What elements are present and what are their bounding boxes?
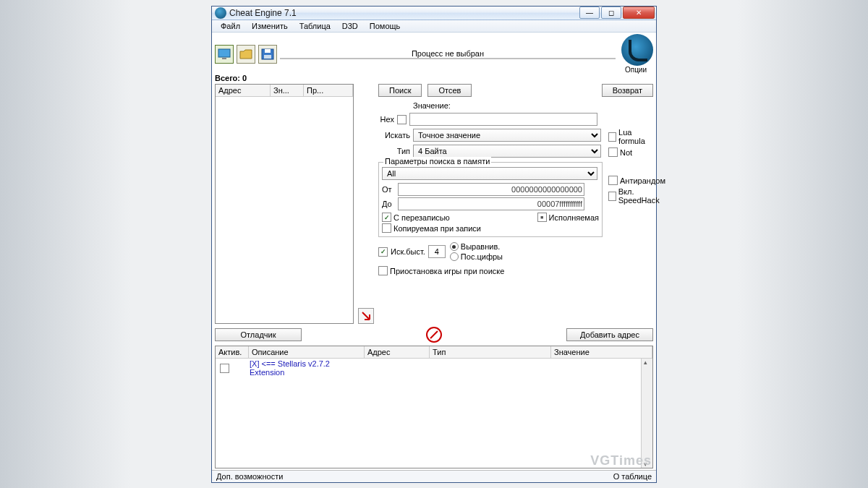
status-bar: Доп. возможности О таблице	[212, 470, 656, 481]
window-title: Cheat Engine 7.1	[229, 8, 579, 18]
table-row[interactable]: [X] <== Stellaris v2.7.2 Extension	[216, 359, 652, 377]
svg-rect-4	[264, 55, 271, 59]
progress-bar	[280, 58, 616, 59]
antirandom-label: Антирандом	[620, 176, 665, 185]
scan-type-label: Искать	[378, 131, 410, 140]
result-header-value[interactable]: Зн...	[271, 85, 304, 96]
copy-on-write-label: Копируемая при записи	[393, 224, 481, 233]
pause-game-checkbox[interactable]	[378, 266, 388, 275]
range-from-input[interactable]	[398, 183, 584, 196]
ct-header-active[interactable]: Актив.	[216, 346, 249, 358]
value-type-select[interactable]: 4 Байта	[413, 145, 601, 158]
executable-checkbox[interactable]	[537, 213, 547, 222]
pause-game-label: Приостановка игры при поиске	[390, 267, 504, 275]
process-label: Процесс не выбран	[412, 49, 484, 58]
scan-panel: Поиск Отсев Возврат Значение: Hex Искать…	[378, 84, 653, 324]
memory-group-title: Параметры поиска в памяти	[383, 157, 491, 166]
status-right[interactable]: О таблице	[613, 472, 652, 481]
writable-checkbox[interactable]	[382, 213, 391, 222]
status-left[interactable]: Доп. возможности	[216, 472, 283, 481]
fast-scan-value-input[interactable]	[428, 245, 446, 258]
executable-label: Исполняемая	[549, 213, 599, 222]
undo-scan-button[interactable]: Возврат	[602, 84, 653, 97]
menu-file[interactable]: Файл	[215, 20, 246, 32]
first-scan-button[interactable]: Поиск	[378, 84, 422, 97]
row-description[interactable]: [X] <== Stellaris v2.7.2 Extension	[250, 359, 365, 377]
table-scrollbar[interactable]	[641, 359, 652, 468]
result-list[interactable]: Адрес Зн... Пр...	[215, 84, 354, 324]
range-to-label: До	[382, 200, 395, 208]
last-digits-radio[interactable]	[450, 252, 459, 261]
ct-header-address[interactable]: Адрес	[365, 346, 430, 358]
memory-region-select[interactable]: All	[382, 167, 597, 180]
svg-rect-1	[222, 58, 226, 59]
range-to-input[interactable]	[398, 197, 584, 210]
menu-table[interactable]: Таблица	[294, 20, 336, 32]
row-active-checkbox[interactable]	[220, 364, 229, 373]
ct-header-type[interactable]: Тип	[430, 346, 551, 358]
value-type-label: Тип	[378, 147, 410, 155]
range-from-label: От	[382, 185, 395, 194]
app-window: Cheat Engine 7.1 — ◻ ✕ Файл Изменить Таб…	[211, 6, 657, 483]
not-label: Not	[620, 148, 632, 157]
speedhack-label: Вкл. SpeedHack	[618, 187, 665, 205]
svg-rect-0	[218, 49, 230, 57]
folder-open-icon	[239, 48, 252, 60]
hex-label: Hex	[378, 115, 394, 124]
options-label[interactable]: Опции	[625, 66, 647, 74]
minimize-button[interactable]: —	[579, 7, 600, 19]
save-button[interactable]	[258, 45, 277, 64]
menu-d3d[interactable]: D3D	[336, 20, 364, 32]
titlebar[interactable]: Cheat Engine 7.1 — ◻ ✕	[212, 7, 656, 21]
lua-formula-label: Lua formula	[618, 128, 653, 145]
arrow-down-right-icon	[361, 311, 371, 321]
app-icon	[215, 7, 226, 19]
next-scan-button[interactable]: Отсев	[427, 84, 472, 97]
result-header-previous[interactable]: Пр...	[304, 85, 353, 96]
hex-checkbox[interactable]	[397, 115, 407, 124]
maximize-button[interactable]: ◻	[601, 7, 621, 19]
no-entry-icon[interactable]	[426, 327, 442, 343]
cheat-table[interactable]: Актив. Описание Адрес Тип Значение [X] <…	[215, 346, 653, 468]
cheat-engine-logo-icon[interactable]	[621, 34, 653, 66]
alignment-radio[interactable]	[450, 242, 459, 251]
writable-label: С перезаписью	[393, 213, 450, 222]
copy-on-write-checkbox[interactable]	[382, 223, 391, 233]
value-label: Значение:	[413, 101, 451, 110]
menu-edit[interactable]: Изменить	[246, 20, 294, 32]
result-header-address[interactable]: Адрес	[216, 85, 271, 96]
open-process-button[interactable]	[215, 45, 234, 64]
add-address-button[interactable]: Добавить адрес	[566, 328, 653, 341]
memory-scan-options-group: Параметры поиска в памяти All От До С пе…	[378, 162, 603, 237]
fast-scan-checkbox[interactable]	[378, 247, 388, 257]
value-input[interactable]	[409, 113, 597, 126]
total-value: 0	[242, 74, 247, 82]
speedhack-checkbox[interactable]	[608, 192, 616, 201]
menu-help[interactable]: Помощь	[364, 20, 407, 32]
lua-formula-checkbox[interactable]	[608, 132, 616, 142]
alignment-label: Выравнив.	[461, 242, 500, 251]
add-to-table-button[interactable]	[358, 308, 374, 324]
svg-rect-3	[265, 49, 271, 53]
ct-header-description[interactable]: Описание	[249, 346, 365, 358]
last-digits-label: Пос.цифры	[461, 252, 503, 261]
total-label: Всего:	[215, 74, 240, 82]
menu-bar: Файл Изменить Таблица D3D Помощь	[212, 20, 656, 33]
open-file-button[interactable]	[237, 45, 255, 64]
antirandom-checkbox[interactable]	[608, 176, 618, 185]
monitor-icon	[218, 48, 231, 60]
not-checkbox[interactable]	[608, 147, 618, 157]
scan-type-select[interactable]: Точное значение	[413, 129, 601, 142]
ct-header-value[interactable]: Значение	[551, 346, 652, 358]
fast-scan-label: Иск.быст.	[391, 247, 425, 256]
debugger-button[interactable]: Отладчик	[215, 328, 302, 341]
floppy-icon	[261, 48, 274, 60]
close-button[interactable]: ✕	[623, 7, 655, 19]
